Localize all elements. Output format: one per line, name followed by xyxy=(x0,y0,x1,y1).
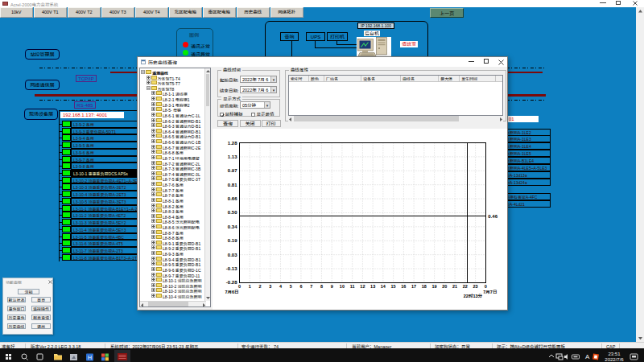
svg-text:-0.13: -0.13 xyxy=(226,265,237,272)
svg-text:23: 23 xyxy=(473,283,477,290)
svg-text:18: 18 xyxy=(422,283,427,290)
svg-text:A: A xyxy=(585,353,590,360)
svg-text:H: H xyxy=(88,355,92,360)
svg-text:17: 17 xyxy=(411,283,416,290)
svg-text:10: 10 xyxy=(340,283,345,290)
svg-text:0.46: 0.46 xyxy=(488,212,497,220)
svg-text:13: 13 xyxy=(370,283,375,290)
svg-text:7月7日: 7月7日 xyxy=(483,289,497,295)
svg-text:9: 9 xyxy=(331,283,333,290)
svg-text:0.19: 0.19 xyxy=(228,237,237,244)
svg-text:0.81: 0.81 xyxy=(228,181,237,188)
svg-text:22: 22 xyxy=(463,283,468,290)
svg-text:1.28: 1.28 xyxy=(228,139,237,146)
svg-text:0.50: 0.50 xyxy=(228,208,237,216)
svg-text:2: 2 xyxy=(258,283,261,290)
svg-text:22时13分: 22时13分 xyxy=(464,293,483,299)
svg-text:0.03: 0.03 xyxy=(228,251,237,258)
svg-text:12: 12 xyxy=(360,283,365,290)
svg-text:11: 11 xyxy=(350,283,355,290)
svg-text:6: 6 xyxy=(299,283,302,290)
svg-text:20: 20 xyxy=(442,283,447,290)
svg-text:5: 5 xyxy=(290,283,292,290)
svg-text:0.97: 0.97 xyxy=(228,167,237,174)
svg-text:1: 1 xyxy=(249,283,251,290)
svg-text:7: 7 xyxy=(310,283,312,290)
svg-text:0.66: 0.66 xyxy=(228,195,237,202)
svg-text:0.34: 0.34 xyxy=(228,223,237,230)
svg-text:2022/7/6: 2022/7/6 xyxy=(605,357,624,362)
svg-text:8: 8 xyxy=(320,283,323,290)
svg-text:3: 3 xyxy=(269,283,271,290)
svg-text:23:51: 23:51 xyxy=(608,352,621,356)
svg-text:19: 19 xyxy=(432,283,437,290)
svg-text:7月6日: 7月6日 xyxy=(225,289,239,295)
svg-text:1.13: 1.13 xyxy=(228,153,237,160)
svg-text:14: 14 xyxy=(381,283,386,290)
svg-text:-0.28: -0.28 xyxy=(226,278,237,286)
svg-text:16: 16 xyxy=(401,283,406,290)
svg-text:15: 15 xyxy=(391,283,396,290)
svg-text:21: 21 xyxy=(452,283,457,290)
svg-text:4: 4 xyxy=(279,283,283,290)
